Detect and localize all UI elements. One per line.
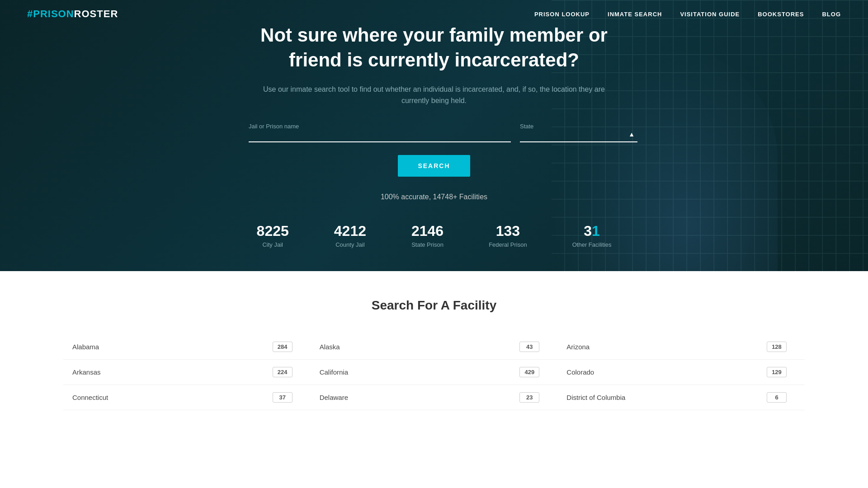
stats-row: 8225 City Jail 4212 County Jail 2146 Sta… bbox=[249, 223, 619, 248]
facility-count-badge: 129 bbox=[767, 367, 787, 377]
facility-section: Search For A Facility Alabama 284 Alaska… bbox=[0, 271, 868, 488]
state-label: State bbox=[520, 123, 533, 130]
facility-name: California bbox=[320, 368, 348, 376]
logo-roster: ROSTER bbox=[74, 8, 118, 19]
hero-section: #PRISONROSTER PRISON LOOKUP INMATE SEARC… bbox=[0, 0, 868, 271]
prison-search-wrapper: Jail or Prison name bbox=[249, 123, 511, 142]
logo-hash: # bbox=[27, 8, 33, 19]
facility-count-badge: 224 bbox=[273, 367, 292, 377]
facility-item[interactable]: Colorado 129 bbox=[557, 360, 805, 385]
stat-other-facilities-number: 31 bbox=[572, 223, 612, 239]
facility-count-badge: 23 bbox=[519, 392, 539, 403]
hero-subtitle: Use our inmate search tool to find out w… bbox=[249, 84, 619, 107]
facility-count-badge: 37 bbox=[273, 392, 292, 403]
facility-name: Colorado bbox=[566, 368, 594, 376]
facility-name: Alabama bbox=[72, 343, 99, 351]
state-select-wrapper: State Alabama Alaska Arizona California … bbox=[520, 123, 637, 142]
facility-name: District of Columbia bbox=[566, 394, 625, 401]
stat-state-prison-label: State Prison bbox=[411, 241, 443, 248]
facility-count-badge: 43 bbox=[519, 342, 539, 352]
hero-title: Not sure where your family member or fri… bbox=[249, 23, 619, 72]
facility-name: Connecticut bbox=[72, 394, 108, 401]
facility-name: Alaska bbox=[320, 343, 340, 351]
facility-name: Arizona bbox=[566, 343, 590, 351]
site-logo[interactable]: #PRISONROSTER bbox=[27, 8, 118, 20]
facility-grid: Alabama 284 Alaska 43 Arizona 128 Arkans… bbox=[63, 334, 805, 410]
facility-item[interactable]: Alaska 43 bbox=[311, 334, 558, 360]
facility-item[interactable]: Delaware 23 bbox=[311, 385, 558, 410]
logo-prison: PRISON bbox=[33, 8, 74, 19]
nav-prison-lookup[interactable]: PRISON LOOKUP bbox=[534, 11, 590, 18]
search-form: Jail or Prison name State Alabama Alaska… bbox=[249, 123, 637, 142]
stat-other-facilities-label: Other Facilities bbox=[572, 241, 612, 248]
nav-bookstores[interactable]: BOOKSTORES bbox=[758, 11, 804, 18]
stat-federal-prison-label: Federal Prison bbox=[489, 241, 527, 248]
prison-search-label: Jail or Prison name bbox=[249, 123, 299, 130]
stat-county-jail: 4212 County Jail bbox=[334, 223, 366, 248]
site-header: #PRISONROSTER PRISON LOOKUP INMATE SEARC… bbox=[0, 0, 868, 28]
stat-county-jail-label: County Jail bbox=[334, 241, 366, 248]
stat-city-jail-label: City Jail bbox=[257, 241, 289, 248]
facility-item[interactable]: Arizona 128 bbox=[557, 334, 805, 360]
facility-item[interactable]: Arkansas 224 bbox=[63, 360, 311, 385]
main-nav: PRISON LOOKUP INMATE SEARCH VISITATION G… bbox=[534, 11, 841, 18]
facility-name: Arkansas bbox=[72, 368, 101, 376]
facility-count-badge: 429 bbox=[519, 367, 539, 377]
hero-content: Not sure where your family member or fri… bbox=[231, 23, 637, 248]
facility-item[interactable]: Connecticut 37 bbox=[63, 385, 311, 410]
facility-item[interactable]: California 429 bbox=[311, 360, 558, 385]
facility-item[interactable]: District of Columbia 6 bbox=[557, 385, 805, 410]
stat-federal-prison: 133 Federal Prison bbox=[489, 223, 527, 248]
facility-count-badge: 284 bbox=[273, 342, 292, 352]
stat-federal-prison-number: 133 bbox=[489, 223, 527, 239]
stat-county-jail-number: 4212 bbox=[334, 223, 366, 239]
stat-state-prison: 2146 State Prison bbox=[411, 223, 443, 248]
stat-other-facilities: 31 Other Facilities bbox=[572, 223, 612, 248]
facility-count-badge: 128 bbox=[767, 342, 787, 352]
facility-item[interactable]: Alabama 284 bbox=[63, 334, 311, 360]
state-select[interactable]: Alabama Alaska Arizona California Colora… bbox=[520, 123, 637, 141]
stat-state-prison-number: 2146 bbox=[411, 223, 443, 239]
facility-count-badge: 6 bbox=[767, 392, 787, 403]
nav-visitation-guide[interactable]: VISITATION GUIDE bbox=[680, 11, 740, 18]
accuracy-text: 100% accurate, 14748+ Facilities bbox=[249, 193, 619, 201]
facility-name: Delaware bbox=[320, 394, 348, 401]
stat-city-jail: 8225 City Jail bbox=[257, 223, 289, 248]
facility-section-title: Search For A Facility bbox=[63, 298, 805, 313]
stat-city-jail-number: 8225 bbox=[257, 223, 289, 239]
nav-blog[interactable]: BLOG bbox=[822, 11, 841, 18]
nav-inmate-search[interactable]: INMATE SEARCH bbox=[608, 11, 662, 18]
search-button[interactable]: SEARCH bbox=[398, 155, 470, 177]
